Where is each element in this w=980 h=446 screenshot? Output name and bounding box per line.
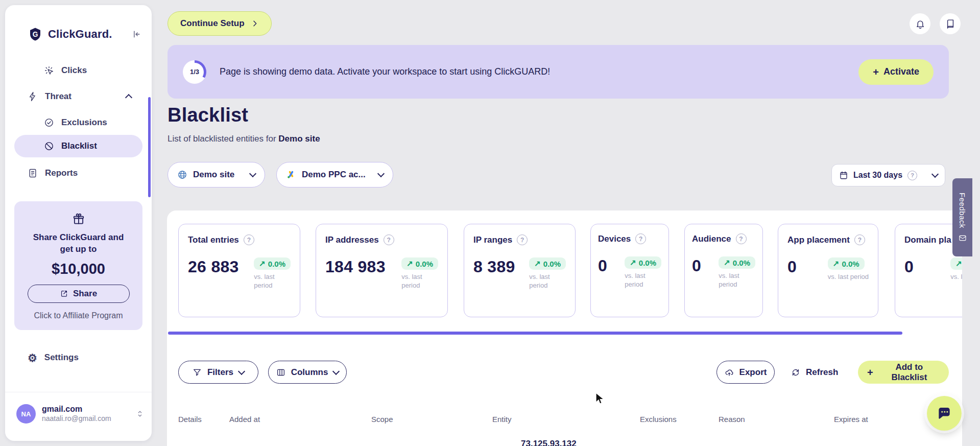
column-header-exclusions[interactable]: Exclusions xyxy=(640,415,677,424)
setup-progress-ring: 1/3 xyxy=(183,60,206,84)
docs-button[interactable] xyxy=(940,13,961,34)
notifications-button[interactable] xyxy=(910,13,930,34)
feedback-tab-label: Feedback xyxy=(958,193,967,228)
stat-delta: 0.0% xyxy=(733,259,750,267)
page-subtitle-text: List of blacklisted entities for xyxy=(168,134,276,144)
stat-caption: vs. last period xyxy=(529,273,563,290)
sidebar-item-label: Clicks xyxy=(61,65,87,76)
column-header-entity[interactable]: Entity xyxy=(492,415,512,424)
svg-text:G: G xyxy=(33,31,38,38)
column-header-reason[interactable]: Reason xyxy=(719,415,745,424)
stat-card-devices: Devices? 0 ↗0.0%vs. last period xyxy=(590,224,669,317)
chat-widget-button[interactable] xyxy=(927,396,962,431)
info-icon[interactable]: ? xyxy=(384,234,394,245)
info-icon[interactable]: ? xyxy=(517,234,528,245)
sidebar-collapse-icon[interactable] xyxy=(131,29,141,39)
stat-delta: 0.0% xyxy=(639,259,656,267)
continue-setup-button[interactable]: Continue Setup xyxy=(168,11,272,36)
ppc-account-selector-value: Demo PPC ac... xyxy=(302,170,366,180)
stat-caption: vs. last per xyxy=(950,273,962,281)
page-title: Blacklist xyxy=(168,104,248,126)
chevron-down-icon xyxy=(332,367,340,374)
filters-button[interactable]: Filters xyxy=(178,361,258,384)
info-icon[interactable]: ? xyxy=(854,234,865,245)
sidebar-item-reports[interactable]: Reports xyxy=(28,164,78,182)
demo-data-banner: 1/3 Page is showing demo data. Activate … xyxy=(168,45,949,99)
promo-amount: $10,000 xyxy=(21,261,135,277)
cards-horizontal-scrollbar[interactable] xyxy=(168,332,902,335)
site-selector-value: Demo site xyxy=(193,170,234,180)
prohibition-icon xyxy=(44,141,54,151)
export-button[interactable]: Export xyxy=(716,361,775,384)
google-ads-icon xyxy=(286,170,296,180)
promo-text-line1: Share ClickGuard and xyxy=(21,232,135,244)
stat-label: IP ranges xyxy=(473,235,512,245)
stat-label: Audience xyxy=(692,234,731,244)
avatar: NA xyxy=(16,404,36,424)
sidebar-item-label: Settings xyxy=(44,353,79,363)
envelope-icon xyxy=(959,234,967,242)
stat-delta: 0.0% xyxy=(543,260,561,268)
columns-icon xyxy=(276,368,285,377)
affiliate-program-link[interactable]: Click to Affiliate Program xyxy=(21,311,135,320)
filters-button-label: Filters xyxy=(207,367,233,378)
column-header-added-at[interactable]: Added at xyxy=(229,415,260,424)
columns-button[interactable]: Columns xyxy=(268,361,347,384)
info-icon[interactable]: ? xyxy=(635,233,646,244)
chevron-down-icon xyxy=(238,367,245,374)
globe-icon xyxy=(177,170,187,180)
info-icon[interactable]: ? xyxy=(736,233,747,244)
stat-label: Devices xyxy=(598,234,631,244)
stat-caption: vs. last period xyxy=(719,272,752,289)
bell-icon xyxy=(915,19,925,29)
ppc-account-selector[interactable]: Demo PPC ac... xyxy=(276,162,393,187)
column-header-scope[interactable]: Scope xyxy=(371,415,393,424)
sidebar-scrollbar[interactable] xyxy=(148,97,151,197)
trend-up-icon: ↗ xyxy=(259,259,266,268)
column-header-expires-at[interactable]: Expires at xyxy=(834,415,868,424)
sidebar: G ClickGuard. Clicks Threat Exclusions B… xyxy=(5,5,152,441)
plus-icon: + xyxy=(867,367,873,378)
activate-button[interactable]: + Activate xyxy=(858,59,934,85)
sidebar-item-blacklist[interactable]: Blacklist xyxy=(14,135,142,157)
external-link-icon xyxy=(60,289,68,298)
lightning-icon xyxy=(28,91,38,102)
activate-button-label: Activate xyxy=(883,66,919,77)
sidebar-item-label: Exclusions xyxy=(61,118,107,128)
stat-label: Total entries xyxy=(188,235,239,245)
table-row-entity-cell[interactable]: 73.125.93.132 xyxy=(521,439,577,446)
share-button[interactable]: Share xyxy=(28,285,130,303)
stat-card-app-placement: App placement? 0 ↗0.0%vs. last period xyxy=(778,224,878,317)
sidebar-item-label: Blacklist xyxy=(61,141,97,151)
cursor-click-icon xyxy=(44,65,54,76)
trend-up-icon: ↗ xyxy=(833,259,840,268)
stat-value: 0 xyxy=(787,257,797,276)
stat-caption: vs. last period xyxy=(625,272,658,289)
account-switcher-icon[interactable] xyxy=(135,409,145,418)
stat-label: App placement xyxy=(787,235,850,245)
date-range-selector[interactable]: Last 30 days ? xyxy=(831,164,945,186)
filter-funnel-icon xyxy=(193,368,202,377)
add-to-blacklist-label: Add to Blacklist xyxy=(879,362,940,383)
trend-up-icon: ↗ xyxy=(534,259,541,268)
user-menu[interactable]: NA gmail.com naatali.ro@gmail.com xyxy=(16,400,145,428)
stat-card-ip-ranges: IP ranges? 8 389 ↗0.0%vs. last period xyxy=(464,224,576,317)
site-selector[interactable]: Demo site xyxy=(168,162,265,187)
blacklist-panel: Total entries? 26 883 ↗0.0%vs. last peri… xyxy=(167,210,962,446)
sidebar-item-settings[interactable]: ⚙ Settings xyxy=(28,348,79,367)
info-icon[interactable]: ? xyxy=(244,234,254,245)
chevron-right-icon xyxy=(251,19,259,28)
add-to-blacklist-button[interactable]: + Add to Blacklist xyxy=(858,361,949,384)
sidebar-divider xyxy=(5,392,152,392)
chat-bubble-icon xyxy=(936,405,952,421)
export-button-label: Export xyxy=(739,367,767,378)
sidebar-item-label: Threat xyxy=(45,91,71,102)
refresh-button[interactable]: Refresh xyxy=(786,361,843,384)
banner-message: Page is showing demo data. Activate your… xyxy=(220,66,550,77)
sidebar-item-clicks[interactable]: Clicks xyxy=(44,61,87,80)
column-header-details[interactable]: Details xyxy=(178,415,202,424)
sidebar-item-exclusions[interactable]: Exclusions xyxy=(44,113,107,132)
stat-caption: vs. last period xyxy=(254,273,288,290)
feedback-tab[interactable]: Feedback xyxy=(952,178,972,256)
sidebar-item-threat[interactable]: Threat xyxy=(28,87,131,106)
